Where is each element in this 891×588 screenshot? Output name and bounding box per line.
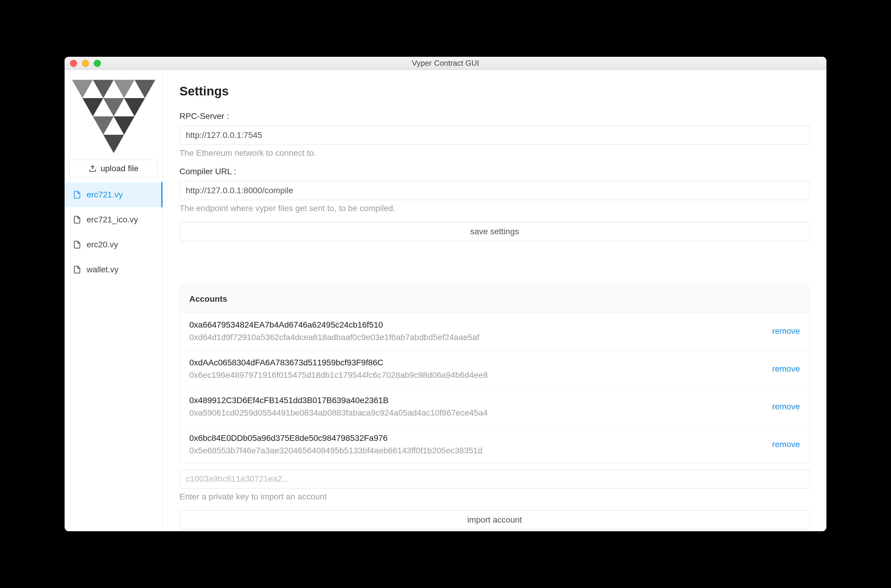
compiler-help: The endpoint where vyper files get sent … bbox=[179, 204, 810, 213]
sidebar-file-erc721-vy[interactable]: erc721.vy bbox=[65, 182, 163, 207]
sidebar: upload file erc721.vyerc721_ico.vyerc20.… bbox=[65, 70, 163, 531]
file-label: erc721.vy bbox=[87, 190, 123, 200]
account-row: 0xa66479534824EA7b4Ad6746a62495c24cb16f5… bbox=[180, 312, 810, 350]
save-settings-label: save settings bbox=[470, 227, 519, 236]
private-key-input[interactable] bbox=[179, 470, 810, 488]
svg-marker-7 bbox=[93, 117, 114, 135]
app-window: Vyper Contract GUI bbox=[65, 57, 826, 531]
svg-marker-5 bbox=[103, 98, 124, 117]
account-row: 0x489912C3D6Ef4cFB1451dd3B017B639a40e236… bbox=[180, 388, 810, 426]
svg-marker-6 bbox=[124, 98, 145, 117]
rpc-server-input[interactable] bbox=[179, 126, 810, 145]
remove-account-link[interactable]: remove bbox=[772, 326, 800, 336]
file-icon bbox=[73, 266, 81, 274]
page-title: Settings bbox=[179, 84, 810, 98]
svg-marker-9 bbox=[103, 135, 124, 153]
accounts-heading: Accounts bbox=[180, 286, 810, 312]
svg-marker-8 bbox=[114, 117, 134, 135]
sidebar-file-wallet-vy[interactable]: wallet.vy bbox=[65, 257, 163, 282]
compiler-label: Compiler URL : bbox=[179, 167, 810, 176]
app-logo bbox=[65, 70, 163, 160]
rpc-help: The Ethereum network to connect to. bbox=[179, 148, 810, 158]
remove-account-link[interactable]: remove bbox=[772, 402, 800, 411]
import-account-label: import account bbox=[467, 515, 522, 525]
compiler-url-input[interactable] bbox=[179, 181, 810, 200]
svg-marker-3 bbox=[134, 80, 155, 98]
main-content: Settings RPC-Server : The Ethereum netwo… bbox=[163, 70, 826, 531]
account-address: 0xa66479534824EA7b4Ad6746a62495c24cb16f5… bbox=[189, 320, 479, 330]
svg-marker-2 bbox=[114, 80, 134, 98]
file-icon bbox=[73, 240, 81, 249]
account-private-key: 0x5e68553b7f46e7a3ae3204656408495b5133bf… bbox=[189, 446, 482, 455]
window-title: Vyper Contract GUI bbox=[65, 58, 826, 68]
import-help: Enter a private key to import an account bbox=[179, 492, 810, 501]
svg-marker-4 bbox=[83, 98, 103, 117]
account-address: 0xdAAc0658304dFA6A783673d511959bcf93F9f8… bbox=[189, 358, 488, 368]
upload-file-button[interactable]: upload file bbox=[69, 160, 158, 177]
minimize-icon[interactable] bbox=[82, 60, 89, 67]
close-icon[interactable] bbox=[70, 60, 77, 67]
upload-icon bbox=[89, 165, 96, 172]
titlebar: Vyper Contract GUI bbox=[65, 57, 826, 70]
svg-marker-1 bbox=[93, 80, 114, 98]
file-label: erc721_ico.vy bbox=[87, 215, 138, 225]
account-private-key: 0xd64d1d9f72910a5362cfa4dcea618adbaaf0c9… bbox=[189, 333, 479, 342]
account-address: 0x6bc84E0DDb05a96d375E8de50c984798532Fa9… bbox=[189, 434, 482, 443]
file-icon bbox=[73, 216, 81, 224]
account-address: 0x489912C3D6Ef4cFB1451dd3B017B639a40e236… bbox=[189, 396, 488, 405]
account-private-key: 0xa59061cd0259d0554491be0634ab0883fabaca… bbox=[189, 408, 488, 418]
sidebar-file-erc721_ico-vy[interactable]: erc721_ico.vy bbox=[65, 207, 163, 232]
file-label: wallet.vy bbox=[87, 265, 119, 274]
upload-label: upload file bbox=[101, 164, 139, 173]
account-row: 0x6bc84E0DDb05a96d375E8de50c984798532Fa9… bbox=[180, 426, 810, 463]
account-row: 0xdAAc0658304dFA6A783673d511959bcf93F9f8… bbox=[180, 350, 810, 388]
account-private-key: 0x6ec196e4897971916f015475d18db1c179544f… bbox=[189, 370, 488, 380]
save-settings-button[interactable]: save settings bbox=[179, 222, 810, 241]
file-list: erc721.vyerc721_ico.vyerc20.vywallet.vy bbox=[65, 182, 163, 282]
accounts-section: Accounts 0xa66479534824EA7b4Ad6746a62495… bbox=[179, 286, 810, 464]
remove-account-link[interactable]: remove bbox=[772, 440, 800, 449]
rpc-label: RPC-Server : bbox=[179, 111, 810, 121]
maximize-icon[interactable] bbox=[94, 60, 101, 67]
file-label: erc20.vy bbox=[87, 240, 118, 249]
window-controls bbox=[70, 60, 101, 67]
import-account-button[interactable]: import account bbox=[179, 510, 810, 530]
remove-account-link[interactable]: remove bbox=[772, 364, 800, 374]
svg-marker-0 bbox=[72, 80, 93, 98]
file-icon bbox=[73, 190, 81, 199]
sidebar-file-erc20-vy[interactable]: erc20.vy bbox=[65, 232, 163, 257]
